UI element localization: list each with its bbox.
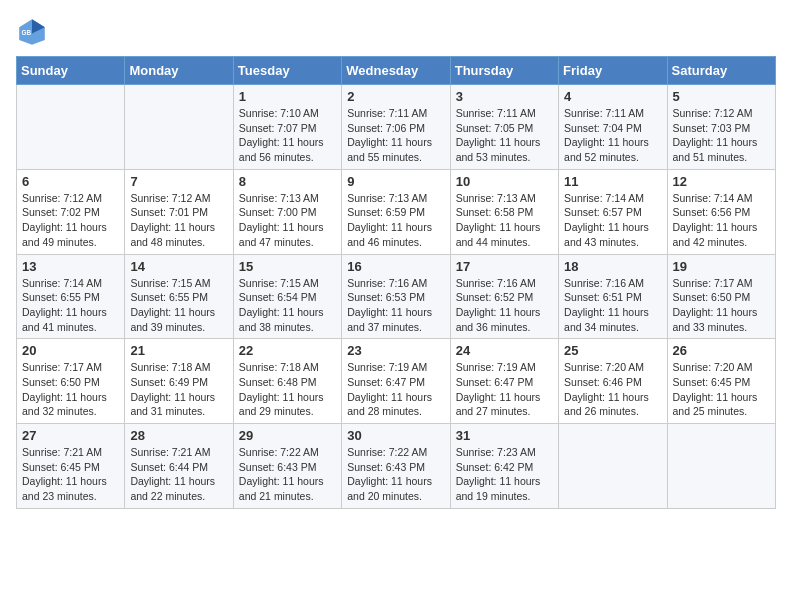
day-info: Sunrise: 7:11 AM Sunset: 7:04 PM Dayligh… — [564, 106, 661, 165]
calendar-cell: 15Sunrise: 7:15 AM Sunset: 6:54 PM Dayli… — [233, 254, 341, 339]
calendar-cell — [559, 424, 667, 509]
weekday-header-monday: Monday — [125, 57, 233, 85]
day-number: 15 — [239, 259, 336, 274]
day-info: Sunrise: 7:13 AM Sunset: 7:00 PM Dayligh… — [239, 191, 336, 250]
calendar-cell: 24Sunrise: 7:19 AM Sunset: 6:47 PM Dayli… — [450, 339, 558, 424]
calendar-cell: 6Sunrise: 7:12 AM Sunset: 7:02 PM Daylig… — [17, 169, 125, 254]
day-info: Sunrise: 7:19 AM Sunset: 6:47 PM Dayligh… — [456, 360, 553, 419]
calendar-cell: 25Sunrise: 7:20 AM Sunset: 6:46 PM Dayli… — [559, 339, 667, 424]
weekday-header-saturday: Saturday — [667, 57, 775, 85]
day-number: 6 — [22, 174, 119, 189]
day-info: Sunrise: 7:12 AM Sunset: 7:01 PM Dayligh… — [130, 191, 227, 250]
calendar-cell: 11Sunrise: 7:14 AM Sunset: 6:57 PM Dayli… — [559, 169, 667, 254]
calendar-cell — [125, 85, 233, 170]
day-number: 29 — [239, 428, 336, 443]
day-info: Sunrise: 7:15 AM Sunset: 6:54 PM Dayligh… — [239, 276, 336, 335]
day-info: Sunrise: 7:16 AM Sunset: 6:53 PM Dayligh… — [347, 276, 444, 335]
weekday-header-thursday: Thursday — [450, 57, 558, 85]
day-info: Sunrise: 7:21 AM Sunset: 6:44 PM Dayligh… — [130, 445, 227, 504]
day-number: 11 — [564, 174, 661, 189]
day-number: 22 — [239, 343, 336, 358]
calendar-cell: 21Sunrise: 7:18 AM Sunset: 6:49 PM Dayli… — [125, 339, 233, 424]
day-info: Sunrise: 7:22 AM Sunset: 6:43 PM Dayligh… — [347, 445, 444, 504]
day-info: Sunrise: 7:12 AM Sunset: 7:03 PM Dayligh… — [673, 106, 770, 165]
calendar-cell: 29Sunrise: 7:22 AM Sunset: 6:43 PM Dayli… — [233, 424, 341, 509]
day-number: 4 — [564, 89, 661, 104]
day-number: 17 — [456, 259, 553, 274]
calendar-cell: 3Sunrise: 7:11 AM Sunset: 7:05 PM Daylig… — [450, 85, 558, 170]
calendar-cell: 1Sunrise: 7:10 AM Sunset: 7:07 PM Daylig… — [233, 85, 341, 170]
day-info: Sunrise: 7:17 AM Sunset: 6:50 PM Dayligh… — [22, 360, 119, 419]
day-info: Sunrise: 7:10 AM Sunset: 7:07 PM Dayligh… — [239, 106, 336, 165]
day-info: Sunrise: 7:20 AM Sunset: 6:45 PM Dayligh… — [673, 360, 770, 419]
logo: GB — [16, 16, 52, 48]
calendar-cell: 19Sunrise: 7:17 AM Sunset: 6:50 PM Dayli… — [667, 254, 775, 339]
weekday-header-friday: Friday — [559, 57, 667, 85]
calendar-cell: 30Sunrise: 7:22 AM Sunset: 6:43 PM Dayli… — [342, 424, 450, 509]
calendar-week-row: 1Sunrise: 7:10 AM Sunset: 7:07 PM Daylig… — [17, 85, 776, 170]
calendar-cell: 18Sunrise: 7:16 AM Sunset: 6:51 PM Dayli… — [559, 254, 667, 339]
calendar-cell: 14Sunrise: 7:15 AM Sunset: 6:55 PM Dayli… — [125, 254, 233, 339]
day-number: 23 — [347, 343, 444, 358]
calendar-cell: 26Sunrise: 7:20 AM Sunset: 6:45 PM Dayli… — [667, 339, 775, 424]
day-number: 21 — [130, 343, 227, 358]
calendar-cell: 28Sunrise: 7:21 AM Sunset: 6:44 PM Dayli… — [125, 424, 233, 509]
day-info: Sunrise: 7:15 AM Sunset: 6:55 PM Dayligh… — [130, 276, 227, 335]
day-info: Sunrise: 7:14 AM Sunset: 6:56 PM Dayligh… — [673, 191, 770, 250]
day-number: 30 — [347, 428, 444, 443]
calendar-cell: 27Sunrise: 7:21 AM Sunset: 6:45 PM Dayli… — [17, 424, 125, 509]
weekday-header-wednesday: Wednesday — [342, 57, 450, 85]
calendar-week-row: 13Sunrise: 7:14 AM Sunset: 6:55 PM Dayli… — [17, 254, 776, 339]
day-number: 20 — [22, 343, 119, 358]
calendar-cell: 8Sunrise: 7:13 AM Sunset: 7:00 PM Daylig… — [233, 169, 341, 254]
page-header: GB — [16, 16, 776, 48]
day-number: 7 — [130, 174, 227, 189]
day-info: Sunrise: 7:14 AM Sunset: 6:57 PM Dayligh… — [564, 191, 661, 250]
day-number: 28 — [130, 428, 227, 443]
svg-text:GB: GB — [22, 29, 32, 36]
calendar-week-row: 6Sunrise: 7:12 AM Sunset: 7:02 PM Daylig… — [17, 169, 776, 254]
calendar-cell — [667, 424, 775, 509]
calendar-cell: 10Sunrise: 7:13 AM Sunset: 6:58 PM Dayli… — [450, 169, 558, 254]
day-number: 19 — [673, 259, 770, 274]
day-number: 1 — [239, 89, 336, 104]
day-info: Sunrise: 7:13 AM Sunset: 6:59 PM Dayligh… — [347, 191, 444, 250]
day-info: Sunrise: 7:23 AM Sunset: 6:42 PM Dayligh… — [456, 445, 553, 504]
calendar-week-row: 20Sunrise: 7:17 AM Sunset: 6:50 PM Dayli… — [17, 339, 776, 424]
calendar-cell: 16Sunrise: 7:16 AM Sunset: 6:53 PM Dayli… — [342, 254, 450, 339]
day-number: 3 — [456, 89, 553, 104]
calendar-cell: 4Sunrise: 7:11 AM Sunset: 7:04 PM Daylig… — [559, 85, 667, 170]
calendar-cell — [17, 85, 125, 170]
calendar-cell: 20Sunrise: 7:17 AM Sunset: 6:50 PM Dayli… — [17, 339, 125, 424]
day-info: Sunrise: 7:22 AM Sunset: 6:43 PM Dayligh… — [239, 445, 336, 504]
day-info: Sunrise: 7:20 AM Sunset: 6:46 PM Dayligh… — [564, 360, 661, 419]
day-info: Sunrise: 7:19 AM Sunset: 6:47 PM Dayligh… — [347, 360, 444, 419]
day-info: Sunrise: 7:16 AM Sunset: 6:51 PM Dayligh… — [564, 276, 661, 335]
day-number: 10 — [456, 174, 553, 189]
calendar-cell: 9Sunrise: 7:13 AM Sunset: 6:59 PM Daylig… — [342, 169, 450, 254]
day-info: Sunrise: 7:14 AM Sunset: 6:55 PM Dayligh… — [22, 276, 119, 335]
weekday-header-sunday: Sunday — [17, 57, 125, 85]
calendar-table: SundayMondayTuesdayWednesdayThursdayFrid… — [16, 56, 776, 509]
calendar-week-row: 27Sunrise: 7:21 AM Sunset: 6:45 PM Dayli… — [17, 424, 776, 509]
calendar-cell: 12Sunrise: 7:14 AM Sunset: 6:56 PM Dayli… — [667, 169, 775, 254]
day-number: 13 — [22, 259, 119, 274]
day-number: 9 — [347, 174, 444, 189]
calendar-cell: 2Sunrise: 7:11 AM Sunset: 7:06 PM Daylig… — [342, 85, 450, 170]
logo-icon: GB — [16, 16, 48, 48]
weekday-header-row: SundayMondayTuesdayWednesdayThursdayFrid… — [17, 57, 776, 85]
day-info: Sunrise: 7:18 AM Sunset: 6:49 PM Dayligh… — [130, 360, 227, 419]
day-info: Sunrise: 7:21 AM Sunset: 6:45 PM Dayligh… — [22, 445, 119, 504]
calendar-cell: 22Sunrise: 7:18 AM Sunset: 6:48 PM Dayli… — [233, 339, 341, 424]
day-number: 27 — [22, 428, 119, 443]
day-number: 31 — [456, 428, 553, 443]
day-number: 5 — [673, 89, 770, 104]
day-number: 24 — [456, 343, 553, 358]
day-info: Sunrise: 7:17 AM Sunset: 6:50 PM Dayligh… — [673, 276, 770, 335]
calendar-cell: 23Sunrise: 7:19 AM Sunset: 6:47 PM Dayli… — [342, 339, 450, 424]
day-number: 16 — [347, 259, 444, 274]
calendar-cell: 5Sunrise: 7:12 AM Sunset: 7:03 PM Daylig… — [667, 85, 775, 170]
calendar-cell: 7Sunrise: 7:12 AM Sunset: 7:01 PM Daylig… — [125, 169, 233, 254]
day-number: 25 — [564, 343, 661, 358]
day-info: Sunrise: 7:12 AM Sunset: 7:02 PM Dayligh… — [22, 191, 119, 250]
